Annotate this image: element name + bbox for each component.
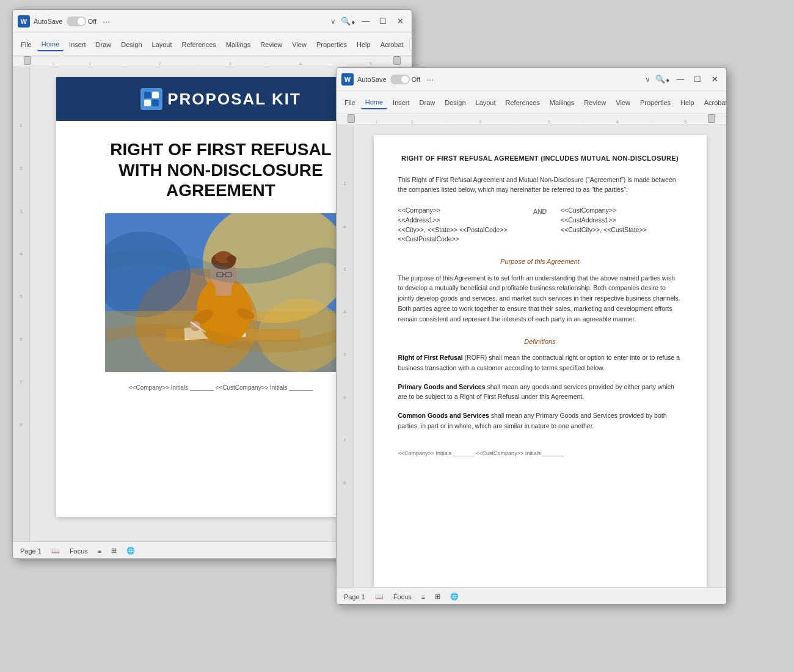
- proposal-kit-logo: PROPOSAL KIT: [140, 88, 301, 110]
- autosave-label-2: AutoSave: [357, 76, 387, 83]
- window-controls-1: ⬧ — ☐ ✕: [351, 15, 407, 28]
- tab-design-2[interactable]: Design: [440, 97, 470, 109]
- ruler-1: L 1 · 2 · 3 · 4 · 5: [13, 56, 412, 67]
- toggle-track-2[interactable]: [390, 75, 410, 84]
- status-bar-2: Page 1 📖 Focus ≡ ⊞ 🌐: [337, 587, 726, 605]
- definition-primary: Primary Goods and Services shall mean an…: [398, 382, 682, 403]
- read-mode-icon-1[interactable]: 📖: [51, 547, 60, 555]
- party1-col: <<Company>> <<Address1>> <<City>>, <<Sta…: [398, 206, 520, 244]
- layout-icon-2[interactable]: ≡: [421, 593, 425, 601]
- ribbon-1: File Home Insert Draw Design Layout Refe…: [13, 33, 412, 56]
- title-bar-left-2: W AutoSave Off ···: [341, 73, 645, 86]
- focus-label-1[interactable]: Focus: [70, 547, 88, 555]
- diamond-icon-1: ⬧: [351, 16, 355, 26]
- comment-button-1[interactable]: 💬: [409, 38, 412, 51]
- word-logo-2: W: [341, 73, 354, 86]
- search-icon-1[interactable]: 🔍: [341, 16, 351, 26]
- pk-logo-icon: [140, 88, 162, 110]
- tab-layout-2[interactable]: Layout: [472, 97, 500, 109]
- toggle-off-2: Off: [412, 76, 420, 83]
- right-indent-handle-2[interactable]: [708, 114, 715, 123]
- tab-help-1[interactable]: Help: [352, 38, 375, 51]
- close-button-1[interactable]: ✕: [393, 15, 407, 28]
- web-layout-icon-2[interactable]: 🌐: [450, 593, 459, 601]
- title-bar-1: W AutoSave Off ··· ∨ 🔍 ⬧ — ☐ ✕: [13, 10, 412, 33]
- purpose-section-title: Purpose of this Agreement: [398, 257, 682, 267]
- print-layout-icon-2[interactable]: ⊞: [435, 593, 440, 601]
- brand-title: PROPOSAL KIT: [167, 90, 301, 109]
- ribbon-right-1: 💬 ✏ Editing ›: [409, 38, 412, 51]
- tab-help-2[interactable]: Help: [676, 97, 699, 109]
- tab-mailings-2[interactable]: Mailings: [545, 97, 578, 109]
- city-state-zip-field: <<City>>, <<State>> <<PostalCode>>: [398, 225, 520, 235]
- document-title: RIGHT OF FIRST REFUSAL WITH NON-DISCLOSU…: [81, 139, 362, 201]
- left-indent-handle-2[interactable]: [348, 114, 355, 123]
- ruler-2: L 1 · 2 · 3 · 4 · 5: [337, 114, 726, 125]
- cust-company-field: <<CustCompany>>: [561, 206, 682, 216]
- toggle-track-1[interactable]: [67, 16, 86, 26]
- tab-home-1[interactable]: Home: [37, 38, 64, 51]
- chevron-down-icon-2: ∨: [645, 75, 650, 84]
- cover-image: [105, 213, 337, 372]
- chevron-down-icon-1: ∨: [330, 17, 336, 26]
- svg-point-16: [227, 255, 236, 263]
- tab-properties-1[interactable]: Properties: [312, 38, 351, 51]
- autosave-toggle-2[interactable]: Off: [390, 75, 420, 84]
- web-layout-icon-1[interactable]: 🌐: [126, 547, 135, 555]
- tab-layout-1[interactable]: Layout: [148, 38, 177, 51]
- close-button-2[interactable]: ✕: [708, 73, 721, 86]
- tab-design-1[interactable]: Design: [117, 38, 146, 51]
- minimize-button-2[interactable]: —: [674, 73, 687, 86]
- parties-table: <<Company>> <<Address1>> <<City>>, <<Sta…: [398, 206, 682, 244]
- more-options-2[interactable]: ···: [426, 75, 434, 84]
- tab-home-2[interactable]: Home: [361, 96, 387, 109]
- doc-initials-2: <<Company>> Initials _______ <<CustCompa…: [398, 444, 682, 458]
- read-mode-icon-2[interactable]: 📖: [375, 593, 384, 601]
- painting-bg: [105, 213, 337, 372]
- tab-references-2[interactable]: References: [501, 97, 544, 109]
- more-options-1[interactable]: ···: [103, 16, 110, 26]
- tab-review-2[interactable]: Review: [580, 97, 610, 109]
- tab-insert-1[interactable]: Insert: [65, 38, 90, 51]
- cust-postal-field: <<CustPostalCode>>: [398, 235, 520, 244]
- window-controls-2: ⬧ — ☐ ✕: [665, 73, 721, 86]
- purpose-paragraph: The purpose of this Agreement is to set …: [398, 273, 682, 324]
- page-number-1: Page 1: [20, 547, 42, 555]
- toggle-off-1: Off: [88, 18, 97, 25]
- left-indent-handle-1[interactable]: [24, 56, 31, 65]
- tab-review-1[interactable]: Review: [256, 38, 286, 51]
- layout-icon-1[interactable]: ≡: [98, 547, 101, 555]
- tab-file-2[interactable]: File: [340, 97, 360, 109]
- tab-insert-2[interactable]: Insert: [388, 97, 414, 109]
- tab-view-2[interactable]: View: [611, 97, 635, 109]
- search-icon-2[interactable]: 🔍: [655, 75, 665, 84]
- agreement-title: RIGHT OF FIRST REFUSAL AGREEMENT (INCLUD…: [398, 153, 682, 164]
- tab-draw-1[interactable]: Draw: [92, 38, 116, 51]
- right-indent-handle-1[interactable]: [393, 56, 401, 65]
- autosave-toggle-1[interactable]: Off: [67, 16, 97, 26]
- tab-file-1[interactable]: File: [16, 38, 36, 51]
- doc-page-2: RIGHT OF FIRST REFUSAL AGREEMENT (INCLUD…: [374, 135, 707, 587]
- rofr-abbr: (ROFR): [465, 354, 487, 361]
- tab-references-1[interactable]: References: [178, 38, 220, 51]
- tab-properties-2[interactable]: Properties: [636, 97, 675, 109]
- toggle-knob-2: [401, 76, 409, 83]
- maximize-button-2[interactable]: ☐: [691, 73, 704, 86]
- tab-acrobat-2[interactable]: Acrobat: [700, 97, 727, 109]
- title-bar-left-1: W AutoSave Off ···: [18, 15, 330, 27]
- tab-mailings-1[interactable]: Mailings: [222, 38, 255, 51]
- maximize-button-1[interactable]: ☐: [376, 15, 390, 28]
- diamond-icon-2: ⬧: [665, 75, 670, 84]
- tab-view-1[interactable]: View: [288, 38, 311, 51]
- and-separator: AND: [522, 206, 558, 244]
- title-bar-2: W AutoSave Off ··· ∨ 🔍 ⬧ — ☐ ✕: [337, 68, 726, 91]
- definitions-section-title: Definitions: [398, 337, 682, 347]
- tab-acrobat-1[interactable]: Acrobat: [376, 38, 408, 51]
- print-layout-icon-1[interactable]: ⊞: [111, 547, 117, 555]
- tab-draw-2[interactable]: Draw: [415, 97, 440, 109]
- focus-label-2[interactable]: Focus: [393, 593, 412, 601]
- minimize-button-1[interactable]: —: [359, 15, 373, 28]
- primary-term: Primary Goods and Services: [398, 383, 486, 390]
- ribbon-2: File Home Insert Draw Design Layout Refe…: [337, 91, 726, 114]
- cust-address1-field: <<CustAddress1>>: [561, 216, 682, 225]
